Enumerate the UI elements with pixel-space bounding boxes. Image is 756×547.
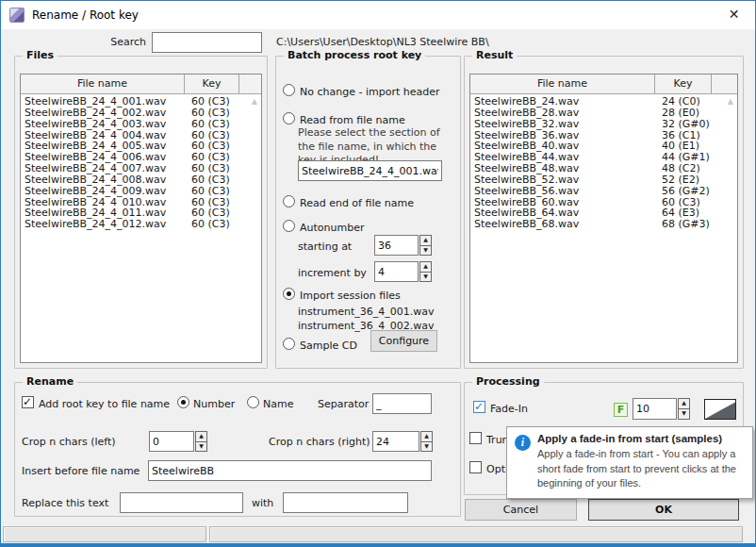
stepper-down-icon[interactable]: ▼ xyxy=(420,442,433,453)
stepper-up-icon[interactable]: ▲ xyxy=(678,398,690,409)
title-bar: Rename / Root key ✕ xyxy=(1,1,755,29)
scroll-up-icon[interactable]: ▲ xyxy=(252,97,257,106)
starting-at-input[interactable] xyxy=(374,235,419,256)
table-row[interactable]: SteelwireBB_24_4_006.wav 60 (C3) xyxy=(21,152,261,163)
radio-read-from-label[interactable]: Read from file name xyxy=(300,114,405,126)
radio-import-session-files[interactable] xyxy=(283,288,295,300)
stepper-up-icon[interactable]: ▲ xyxy=(195,431,207,442)
table-row[interactable]: SteelwireBB_68.wav 68 (G#3) xyxy=(470,219,737,230)
close-icon[interactable]: ✕ xyxy=(713,1,755,28)
column-header-key[interactable]: Key xyxy=(655,75,712,93)
file-name-cell: SteelwireBB_24_4_005.wav xyxy=(21,141,185,152)
scroll-up-icon[interactable]: ▲ xyxy=(728,97,733,106)
cancel-button[interactable]: Cancel xyxy=(465,499,577,521)
optimize-checkbox[interactable] xyxy=(469,461,482,473)
table-row[interactable]: SteelwireBB_24_4_010.wav 60 (C3) xyxy=(21,197,261,208)
table-row[interactable]: SteelwireBB_32.wav 32 (G#0) xyxy=(470,119,737,130)
processing-group-title: Processing xyxy=(472,375,544,388)
stepper-up-icon[interactable]: ▲ xyxy=(420,431,433,442)
file-name-cell: SteelwireBB_24_4_006.wav xyxy=(21,152,185,163)
files-list-body: SteelwireBB_24_4_001.wav 60 (C3) Steelwi… xyxy=(21,94,261,230)
table-row[interactable]: SteelwireBB_28.wav 28 (E0) xyxy=(470,108,737,119)
column-header-file-name[interactable]: File name xyxy=(21,75,185,93)
fade-in-checkbox[interactable] xyxy=(473,401,485,413)
fade-in-label[interactable]: Fade-In xyxy=(490,403,528,415)
radio-sample-cd-label[interactable]: Sample CD xyxy=(300,340,357,352)
table-row[interactable]: SteelwireBB_52.wav 52 (E2) xyxy=(470,174,737,186)
key-cell: 44 (G#1) xyxy=(655,152,712,163)
crop-left-input[interactable] xyxy=(149,431,194,452)
table-row[interactable]: SteelwireBB_56.wav 56 (G#2) xyxy=(470,186,737,197)
radio-name-label[interactable]: Name xyxy=(263,398,293,410)
radio-number-label[interactable]: Number xyxy=(193,398,235,410)
radio-read-end-label[interactable]: Read end of file name xyxy=(300,197,414,209)
stepper-up-icon[interactable]: ▲ xyxy=(419,235,432,246)
column-header-key[interactable]: Key xyxy=(185,75,239,93)
crop-right-label: Crop n chars (right) xyxy=(269,436,370,448)
replace-with-input[interactable] xyxy=(283,492,408,513)
stepper-down-icon[interactable]: ▼ xyxy=(195,442,207,453)
table-row[interactable]: SteelwireBB_44.wav 44 (G#1) xyxy=(470,152,737,163)
fade-in-samples-input[interactable] xyxy=(633,398,677,420)
column-header-file-name[interactable]: File name xyxy=(470,75,655,93)
table-row[interactable]: SteelwireBB_24_4_008.wav 60 (C3) xyxy=(21,174,261,186)
table-row[interactable]: SteelwireBB_48.wav 48 (C2) xyxy=(470,163,737,174)
fade-curve-icon xyxy=(704,399,736,420)
radio-number[interactable] xyxy=(177,396,189,408)
optimize-label[interactable]: Opti xyxy=(486,463,508,475)
stepper-down-icon[interactable]: ▼ xyxy=(419,273,432,283)
replace-text-label: Replace this text xyxy=(22,497,108,509)
replace-text-input[interactable] xyxy=(120,492,243,513)
files-list: File name Key SteelwireBB_24_4_001.wav 6… xyxy=(20,74,262,363)
starting-at-stepper: ▲ ▼ xyxy=(419,235,432,256)
add-root-key-label[interactable]: Add root key to file name xyxy=(39,398,170,410)
table-row[interactable]: SteelwireBB_24_4_002.wav 60 (C3) xyxy=(21,108,261,119)
table-row[interactable]: SteelwireBB_64.wav 64 (E3) xyxy=(470,207,737,219)
add-root-key-checkbox[interactable] xyxy=(22,396,34,408)
key-cell: 40 (E1) xyxy=(655,141,712,152)
radio-read-from-file-name[interactable] xyxy=(283,112,295,124)
table-row[interactable]: SteelwireBB_24_4_003.wav 60 (C3) xyxy=(21,119,261,130)
radio-autonumber-label[interactable]: Autonumber xyxy=(300,222,364,234)
separator-input[interactable] xyxy=(372,393,432,414)
table-row[interactable]: SteelwireBB_24_4_001.wav 60 (C3) xyxy=(21,96,261,108)
crop-right-input[interactable] xyxy=(372,431,419,452)
radio-import-session-label[interactable]: Import session files xyxy=(300,290,401,302)
radio-no-change[interactable] xyxy=(283,84,295,96)
result-group-title: Result xyxy=(472,49,517,61)
table-row[interactable]: SteelwireBB_40.wav 40 (E1) xyxy=(470,141,737,152)
table-row[interactable]: SteelwireBB_24_4_007.wav 60 (C3) xyxy=(21,163,261,174)
table-row[interactable]: SteelwireBB_60.wav 60 (C3) xyxy=(470,197,737,208)
search-input[interactable] xyxy=(152,32,262,53)
table-row[interactable]: SteelwireBB_24_4_005.wav 60 (C3) xyxy=(21,141,261,152)
table-row[interactable]: SteelwireBB_24_4_011.wav 60 (C3) xyxy=(21,207,261,219)
radio-sample-cd[interactable] xyxy=(283,338,295,350)
key-cell: 60 (C3) xyxy=(185,130,239,141)
tooltip-title: Apply a fade-in from start (samples) xyxy=(537,433,747,444)
table-row[interactable]: SteelwireBB_24_4_004.wav 60 (C3) xyxy=(21,130,261,141)
stepper-up-icon[interactable]: ▲ xyxy=(419,261,432,273)
file-name-cell: SteelwireBB_32.wav xyxy=(470,119,655,130)
increment-by-input[interactable] xyxy=(374,261,419,282)
radio-autonumber[interactable] xyxy=(283,220,295,232)
truncate-checkbox[interactable] xyxy=(469,432,482,444)
table-row[interactable]: SteelwireBB_36.wav 36 (C1) xyxy=(470,130,737,141)
radio-read-end[interactable] xyxy=(283,195,295,207)
radio-name[interactable] xyxy=(247,396,259,408)
file-name-cell: SteelwireBB_24_4_009.wav xyxy=(21,186,185,197)
radio-no-change-label[interactable]: No change - import header xyxy=(300,86,439,98)
increment-by-stepper: ▲ ▼ xyxy=(419,261,432,282)
configure-button[interactable]: Configure xyxy=(370,330,437,352)
ok-button[interactable]: OK xyxy=(588,499,739,521)
table-row[interactable]: SteelwireBB_24_4_009.wav 60 (C3) xyxy=(21,186,261,197)
stepper-down-icon[interactable]: ▼ xyxy=(419,246,432,257)
window-title: Rename / Root key xyxy=(32,8,139,22)
result-list-header: File name Key xyxy=(470,75,737,94)
insert-before-input[interactable] xyxy=(148,460,432,481)
table-row[interactable]: SteelwireBB_24.wav 24 (C0) xyxy=(470,96,737,108)
crop-right-stepper: ▲ ▼ xyxy=(420,431,433,452)
section-input[interactable] xyxy=(298,160,442,181)
table-row[interactable]: SteelwireBB_24_4_012.wav 60 (C3) xyxy=(21,219,261,230)
file-name-cell: SteelwireBB_24_4_003.wav xyxy=(21,119,185,130)
stepper-down-icon[interactable]: ▼ xyxy=(678,409,690,420)
